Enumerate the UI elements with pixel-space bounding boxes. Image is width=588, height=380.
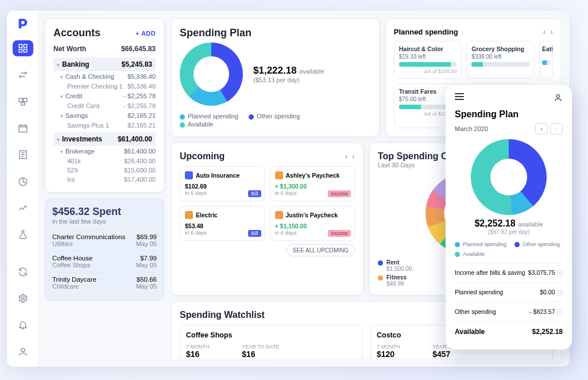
upcoming-card: Upcoming ‹› Auto Insurance$102.69in 5 da… bbox=[171, 143, 363, 295]
planned-title: Planned spending bbox=[394, 28, 458, 36]
phone-perday: ($97.92 per day) bbox=[455, 229, 563, 235]
phone-next-icon[interactable]: › bbox=[550, 123, 563, 135]
networth-value: $66,645.83 bbox=[121, 45, 156, 53]
svg-rect-3 bbox=[24, 49, 26, 52]
spending-plan-title: Spending Plan bbox=[180, 27, 371, 39]
upcoming-title: Upcoming bbox=[180, 151, 225, 162]
profile-icon[interactable] bbox=[554, 93, 563, 105]
nav-transfer-icon[interactable] bbox=[13, 67, 33, 83]
svg-rect-7 bbox=[19, 125, 27, 132]
upcoming-item[interactable]: Auto Insurance$102.69in 5 daysBill bbox=[180, 166, 265, 201]
svg-rect-0 bbox=[19, 44, 22, 47]
nav-calendar-icon[interactable] bbox=[13, 120, 33, 136]
watch-item[interactable]: Coffee Shops 7 MONTH$16Monthly Average Y… bbox=[180, 325, 362, 359]
upcoming-item[interactable]: Justin's Paycheck+ $1,150.00in 6 daysInc… bbox=[270, 206, 355, 241]
plan-perday: ($53.13 per day) bbox=[253, 76, 324, 83]
spent-card: $456.32 Spent in the last few days Chart… bbox=[45, 198, 164, 301]
nav-dashboard-icon[interactable] bbox=[13, 40, 33, 56]
upcoming-item[interactable]: Electric$53.48in 6 daysBill bbox=[180, 206, 265, 241]
envelope[interactable]: Eati bbox=[539, 41, 553, 79]
svg-rect-4 bbox=[19, 98, 22, 102]
acct-premier-checking[interactable]: Premier Checking 1$5,336.40 bbox=[53, 82, 156, 91]
phone-month: March 2020 bbox=[455, 125, 488, 132]
phone-row[interactable]: Planned spending$0.00? bbox=[455, 282, 563, 302]
svg-rect-5 bbox=[23, 98, 26, 102]
spent-amount: $456.32 Spent bbox=[52, 206, 157, 218]
acct-savings-plus[interactable]: Savings Plus 1$2,165.21 bbox=[53, 121, 156, 130]
acct-brokerage[interactable]: ▾Brokerage$61,400.00 bbox=[53, 146, 156, 156]
svg-rect-2 bbox=[19, 49, 22, 52]
planned-prev-icon[interactable]: ‹ bbox=[543, 27, 546, 36]
acct-cash-checking[interactable]: ▾Cash & Checking$5,336.40 bbox=[53, 71, 156, 82]
planned-next-icon[interactable]: › bbox=[550, 27, 553, 36]
nav-goals-icon[interactable] bbox=[13, 174, 33, 190]
phone-row[interactable]: Other spending- $823.57? bbox=[455, 302, 563, 321]
accounts-title: Accounts bbox=[53, 27, 100, 39]
acct-401k[interactable]: 401k$28,400.00 bbox=[53, 156, 156, 166]
svg-point-11 bbox=[21, 348, 25, 352]
upcoming-prev-icon[interactable]: ‹ bbox=[345, 152, 348, 161]
see-all-upcoming-button[interactable]: SEE ALL UPCOMING bbox=[287, 244, 355, 256]
acct-savings[interactable]: ▾Savings$2,165.21 bbox=[53, 110, 156, 121]
upcoming-next-icon[interactable]: › bbox=[352, 152, 355, 161]
phone-row[interactable]: Income after bills & saving$3,075.75? bbox=[455, 263, 563, 282]
nav-settings-icon[interactable] bbox=[13, 290, 33, 306]
nav-labs-icon[interactable] bbox=[13, 227, 33, 243]
svg-point-12 bbox=[556, 95, 559, 98]
svg-point-10 bbox=[21, 297, 24, 300]
nav-accounts-icon[interactable] bbox=[13, 94, 33, 110]
acct-529[interactable]: 529$15,600.00 bbox=[53, 166, 156, 175]
phone-legend: Planned spending Other spending Availabl… bbox=[455, 241, 563, 257]
accounts-column: Accounts + ADD Net Worth $66,645.83 ▾Ban… bbox=[45, 18, 164, 359]
add-account-button[interactable]: + ADD bbox=[136, 30, 156, 37]
phone-title: Spending Plan bbox=[455, 109, 563, 120]
nav-profile-icon[interactable] bbox=[13, 344, 33, 360]
phone-prev-icon[interactable]: ‹ bbox=[535, 123, 548, 135]
spent-sub: in the last few days bbox=[52, 218, 157, 225]
nav-notifications-icon[interactable] bbox=[13, 317, 33, 333]
group-investments[interactable]: ▾Investments$61,400.00 bbox=[53, 132, 156, 146]
nav-trends-icon[interactable] bbox=[13, 200, 33, 216]
sidebar bbox=[7, 10, 39, 367]
acct-ira[interactable]: Ira$17,400.00 bbox=[53, 175, 156, 184]
mobile-preview: Spending Plan March 2020 ‹› $2,252.18 av… bbox=[446, 85, 572, 350]
txn-row[interactable]: Coffee HouseCoffee Shops$7.99May 05 bbox=[52, 251, 157, 272]
envelope[interactable]: Haircut & Color$19.33 leftout of $200.00 bbox=[394, 41, 462, 79]
svg-rect-1 bbox=[24, 44, 26, 47]
txn-row[interactable]: Trinity DaycareChildcare$50.66May 05 bbox=[52, 272, 157, 293]
phone-available-row: Available$2,252.18 bbox=[455, 321, 563, 341]
plan-legend: Planned spending Other spending bbox=[180, 113, 371, 120]
plan-available: $1,222.18 bbox=[253, 65, 297, 76]
accounts-card: Accounts + ADD Net Worth $66,645.83 ▾Ban… bbox=[45, 18, 164, 193]
nav-reports-icon[interactable] bbox=[13, 147, 33, 163]
svg-rect-6 bbox=[21, 102, 25, 105]
txn-row[interactable]: Charter CommunicationsUtilities$69.99May… bbox=[52, 229, 157, 251]
spending-plan-donut bbox=[180, 43, 243, 106]
spending-plan-card: Spending Plan $1,222.18 available ($53.1… bbox=[171, 18, 380, 137]
nav-refresh-icon[interactable] bbox=[13, 264, 33, 280]
phone-donut bbox=[471, 139, 547, 215]
networth-label: Net Worth bbox=[53, 45, 86, 53]
group-banking[interactable]: ▾Banking$5,245.83 bbox=[53, 57, 156, 71]
upcoming-item[interactable]: Ashley's Paycheck+ $1,300.00in 6 daysInc… bbox=[270, 166, 355, 201]
envelope[interactable]: Grocery Shopping$338.00 left bbox=[466, 41, 535, 79]
phone-available: $2,252.18 bbox=[474, 218, 515, 228]
acct-credit[interactable]: ▾Credit- $2,255.78 bbox=[53, 91, 156, 101]
app-logo bbox=[17, 17, 29, 30]
hamburger-icon[interactable] bbox=[455, 93, 464, 105]
acct-credit-card[interactable]: Credit Card- $2,255.78 bbox=[53, 101, 156, 110]
